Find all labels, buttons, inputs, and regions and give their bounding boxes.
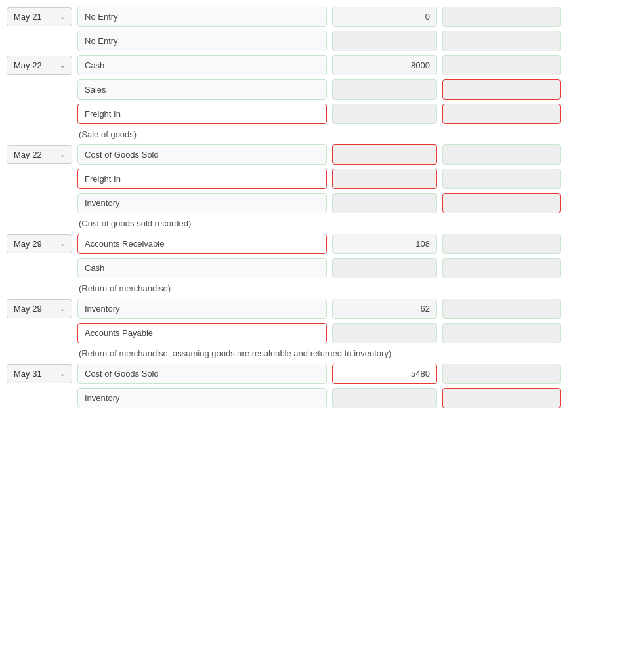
- debit-field[interactable]: [332, 104, 437, 124]
- credit-field[interactable]: [442, 258, 561, 278]
- credit-field[interactable]: [442, 79, 561, 100]
- debit-field[interactable]: [332, 234, 437, 254]
- entry-row: May 21⌄: [7, 7, 629, 27]
- account-field[interactable]: [77, 193, 327, 213]
- debit-field[interactable]: [332, 388, 437, 408]
- entry-row: May 29⌄: [7, 299, 629, 319]
- date-selector[interactable]: May 22⌄: [7, 145, 72, 164]
- entry-row: [7, 104, 629, 124]
- account-field[interactable]: [77, 31, 327, 51]
- account-field[interactable]: [77, 364, 327, 384]
- entry-row: [7, 31, 629, 51]
- entry-note: (Cost of goods sold recorded): [79, 219, 629, 228]
- date-selector[interactable]: May 21⌄: [7, 7, 72, 26]
- account-field[interactable]: [77, 258, 327, 278]
- date-selector[interactable]: May 29⌄: [7, 234, 72, 253]
- debit-field[interactable]: [332, 323, 437, 343]
- entry-row: May 31⌄: [7, 364, 629, 384]
- debit-field[interactable]: [332, 144, 437, 165]
- credit-field[interactable]: [442, 388, 561, 408]
- account-field[interactable]: [77, 388, 327, 408]
- date-selector[interactable]: May 22⌄: [7, 56, 72, 75]
- entry-row: [7, 169, 629, 189]
- account-field[interactable]: [77, 79, 327, 100]
- credit-field[interactable]: [442, 144, 561, 165]
- credit-field[interactable]: [442, 31, 561, 51]
- entry-note: (Sale of goods): [79, 129, 629, 139]
- debit-field[interactable]: [332, 258, 437, 278]
- date-selector[interactable]: May 29⌄: [7, 299, 72, 318]
- debit-field[interactable]: [332, 169, 437, 189]
- account-field[interactable]: [77, 55, 327, 75]
- entry-row: [7, 193, 629, 213]
- debit-field[interactable]: [332, 31, 437, 51]
- entry-note: (Return of merchandise): [79, 284, 629, 293]
- account-field[interactable]: [77, 299, 327, 319]
- credit-field[interactable]: [442, 169, 561, 189]
- credit-field[interactable]: [442, 234, 561, 254]
- debit-field[interactable]: [332, 79, 437, 100]
- debit-field[interactable]: [332, 299, 437, 319]
- debit-field[interactable]: [332, 364, 437, 384]
- journal-entry-container: May 21⌄May 22⌄(Sale of goods)May 22⌄(Cos…: [7, 7, 629, 412]
- entry-row: May 29⌄: [7, 234, 629, 254]
- account-field[interactable]: [77, 323, 327, 343]
- account-field[interactable]: [77, 7, 327, 27]
- credit-field[interactable]: [442, 7, 561, 27]
- account-field[interactable]: [77, 234, 327, 254]
- credit-field[interactable]: [442, 104, 561, 124]
- account-field[interactable]: [77, 144, 327, 165]
- credit-field[interactable]: [442, 193, 561, 213]
- account-field[interactable]: [77, 104, 327, 124]
- debit-field[interactable]: [332, 7, 437, 27]
- entry-row: May 22⌄: [7, 55, 629, 75]
- account-field[interactable]: [77, 169, 327, 189]
- credit-field[interactable]: [442, 299, 561, 319]
- debit-field[interactable]: [332, 55, 437, 75]
- entry-note: (Return of merchandise, assuming goods a…: [79, 348, 629, 358]
- credit-field[interactable]: [442, 55, 561, 75]
- entry-row: [7, 388, 629, 408]
- date-selector[interactable]: May 31⌄: [7, 364, 72, 383]
- credit-field[interactable]: [442, 323, 561, 343]
- credit-field[interactable]: [442, 364, 561, 384]
- debit-field[interactable]: [332, 193, 437, 213]
- entry-row: [7, 79, 629, 100]
- entry-row: [7, 258, 629, 278]
- entry-row: May 22⌄: [7, 144, 629, 165]
- entry-row: [7, 323, 629, 343]
